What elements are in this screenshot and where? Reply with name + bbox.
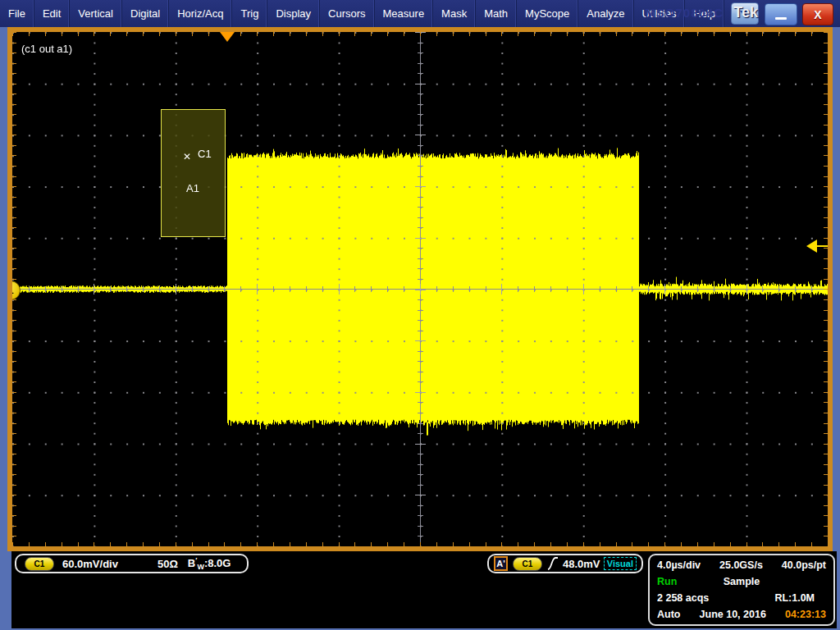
time-value: 04:23:13 xyxy=(785,609,826,620)
channel-1-badge: C1 xyxy=(25,557,54,571)
menu-item-file[interactable]: File xyxy=(0,0,34,27)
annotation-a1-label: A1 xyxy=(186,182,199,194)
record-length: RL:1.0M xyxy=(774,592,815,604)
menu-item-measure[interactable]: Measure xyxy=(375,0,434,27)
trigger-mode: Auto xyxy=(657,609,680,620)
acquisition-count: 2 258 acqs xyxy=(657,592,709,604)
trigger-readout[interactable]: A' C1 48.0mV Visual xyxy=(487,554,643,573)
channel-1-bandwidth: B′W:8.0G xyxy=(188,556,231,571)
acquisitions-row: 2 258 acqs RL:1.0M xyxy=(657,592,826,604)
right-edge-ticks xyxy=(824,32,828,546)
acquisition-mode: Sample xyxy=(657,576,826,587)
menu-item-edit[interactable]: Edit xyxy=(34,0,70,27)
menu-item-horiz-acq[interactable]: Horiz/Acq xyxy=(169,0,232,27)
waveform-display: (c1 out a1) ✕ C1 A1 1 xyxy=(12,32,828,546)
center-horizontal-major-ticks xyxy=(12,284,828,294)
menu-item-vertical[interactable]: Vertical xyxy=(70,0,122,27)
trigger-position-marker[interactable] xyxy=(220,32,235,42)
graticule-frame: (c1 out a1) ✕ C1 A1 1 xyxy=(7,27,833,551)
menu-item-mask[interactable]: Mask xyxy=(433,0,476,27)
menu-item-analyze[interactable]: Analyze xyxy=(578,0,633,27)
trigger-a-badge: A' xyxy=(494,556,508,571)
menu-item-trig[interactable]: Trig xyxy=(232,0,267,27)
status-bar: C1 60.0mV/div 50Ω B′W:8.0G A' C1 48.0mV … xyxy=(11,551,837,628)
trigger-level-value: 48.0mV xyxy=(563,558,600,570)
minimize-icon xyxy=(775,17,787,20)
sample-rate-value: 25.0GS/s xyxy=(719,559,763,571)
resolution-value: 40.0ps/pt xyxy=(782,559,826,571)
trigger-source-badge: C1 xyxy=(513,557,542,571)
menu-item-display[interactable]: Display xyxy=(267,0,320,27)
bottom-edge-ticks xyxy=(12,542,828,546)
acquisition-panel[interactable]: 4.0µs/div 25.0GS/s 40.0ps/pt Run Sample … xyxy=(648,554,835,626)
trigger-arrow-head xyxy=(806,240,817,253)
close-button[interactable]: X xyxy=(802,3,833,25)
menu-item-cursors[interactable]: Cursors xyxy=(320,0,375,27)
visual-trigger-badge[interactable]: Visual xyxy=(604,557,637,570)
timebase-value: 4.0µs/div xyxy=(657,559,701,571)
channel-1-scale: 60.0mV/div xyxy=(62,558,118,570)
horizontal-row: 4.0µs/div 25.0GS/s 40.0ps/pt xyxy=(657,559,826,571)
tek-logo: Tek xyxy=(733,4,758,21)
annotation-box[interactable]: ✕ C1 A1 xyxy=(161,109,226,237)
top-edge-ticks xyxy=(12,32,828,36)
annotation-marker-icon: ✕ xyxy=(183,151,191,162)
minimize-button[interactable] xyxy=(765,3,797,25)
channel-1-impedance: 50Ω xyxy=(158,558,178,570)
date-value: June 10, 2016 xyxy=(700,609,766,620)
menu-item-math[interactable]: Math xyxy=(476,0,517,27)
waveform-source-label: (c1 out a1) xyxy=(21,43,72,55)
menu-bar-items: FileEditVerticalDigitalHoriz/AcqTrigDisp… xyxy=(0,0,724,27)
status-row: Auto June 10, 2016 04:23:13 xyxy=(657,609,826,620)
trigger-level-arrow[interactable] xyxy=(806,240,828,253)
run-row: Run Sample xyxy=(657,576,826,587)
channel-1-readout[interactable]: C1 60.0mV/div 50Ω B′W:8.0G xyxy=(15,554,249,573)
menu-item-myscope[interactable]: MyScope xyxy=(517,0,578,27)
annotation-c1-label: C1 xyxy=(198,148,212,160)
scope-model-label: MSO70804C xyxy=(645,6,724,20)
menu-item-digital[interactable]: Digital xyxy=(122,0,169,27)
rising-edge-icon xyxy=(547,556,559,571)
menu-bar: FileEditVerticalDigitalHoriz/AcqTrigDisp… xyxy=(0,0,840,27)
